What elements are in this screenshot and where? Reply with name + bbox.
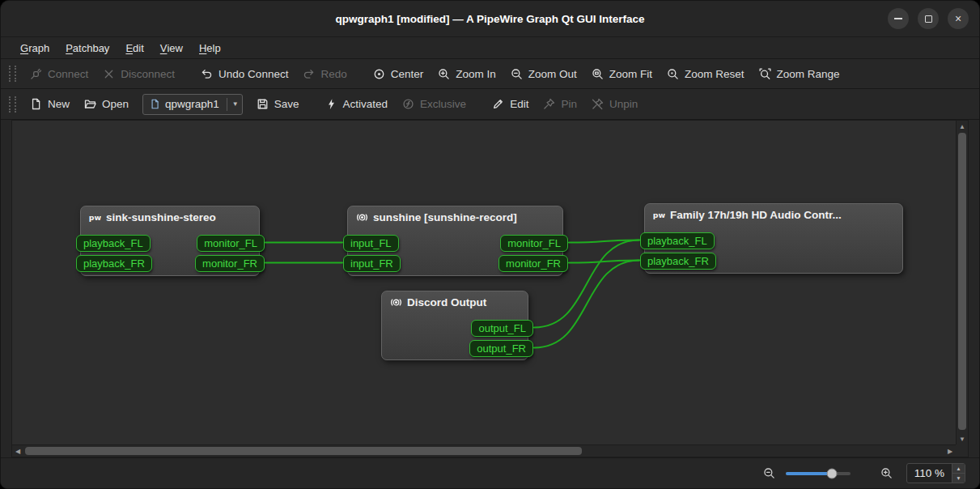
horizontal-scroll-thumb[interactable]	[25, 447, 582, 455]
zoom-reset-icon	[667, 68, 679, 80]
zoom-reset-label: Zoom Reset	[685, 68, 745, 80]
save-icon	[257, 98, 269, 110]
zoom-in-button[interactable]: Zoom In	[431, 62, 503, 85]
node-family[interactable]: pwFamily 17h/19h HD Audio Contr...playba…	[644, 203, 903, 274]
save-button[interactable]: Save	[249, 93, 307, 116]
menu-edit[interactable]: Edit	[117, 37, 151, 58]
window-controls: ×	[888, 1, 969, 36]
center-icon	[373, 68, 385, 80]
port-sunshine-monitor_FL[interactable]: monitor_FL	[500, 235, 568, 252]
toolbar-drag-handle[interactable]	[9, 66, 16, 82]
port-sunshine-monitor_FR[interactable]: monitor_FR	[498, 255, 568, 272]
zoom-slider-knob[interactable]	[827, 468, 838, 478]
redo-button[interactable]: Redo	[295, 62, 354, 85]
port-family-playback_FR[interactable]: playback_FR	[640, 253, 716, 270]
disconnect-label: Disconnect	[121, 68, 175, 80]
port-family-playback_FL[interactable]: playback_FL	[640, 232, 715, 249]
spin-down-icon[interactable]: ▼	[952, 473, 965, 483]
patchbay-combobox[interactable]: qpwgraph1▼	[142, 94, 243, 115]
minimize-icon	[894, 18, 902, 19]
node-discord[interactable]: Discord Outputoutput_FLoutput_FR	[381, 291, 528, 360]
menu-help[interactable]: Help	[191, 37, 229, 58]
scroll-up-icon[interactable]: ▲	[957, 121, 968, 132]
connection-edge[interactable]	[569, 240, 639, 243]
toolbar-drag-handle[interactable]	[9, 96, 16, 113]
port-sunshine-input_FL[interactable]: input_FL	[343, 235, 399, 252]
zoom-slider[interactable]	[786, 472, 851, 475]
zoom-slider-fill	[786, 472, 833, 475]
edit-label: Edit	[510, 98, 528, 110]
statusbar: 110 % ▲ ▼	[1, 457, 979, 488]
redo-icon	[303, 68, 315, 80]
zoom-out-button[interactable]: Zoom Out	[503, 62, 584, 85]
undo-connect-label: Undo Connect	[218, 68, 288, 80]
zoom-value[interactable]: 110 %	[907, 464, 952, 483]
connection-edge[interactable]	[569, 261, 639, 263]
scroll-left-icon[interactable]: ◀	[12, 445, 23, 457]
activated-button[interactable]: Activated	[318, 93, 396, 116]
open-button[interactable]: Open	[77, 93, 136, 116]
exclusive-button[interactable]: Exclusive	[395, 93, 473, 116]
zoom-spinbox[interactable]: 110 % ▲ ▼	[906, 463, 965, 483]
zoom-in-label: Zoom In	[456, 68, 496, 80]
port-sink-playback_FL[interactable]: playback_FL	[76, 235, 151, 252]
minimize-button[interactable]	[888, 8, 909, 29]
zoom-out-label: Zoom Out	[528, 68, 577, 80]
zoom-out-icon	[763, 467, 775, 479]
vertical-scrollbar[interactable]: ▲ ▼	[956, 121, 968, 444]
spin-up-icon[interactable]: ▲	[952, 464, 965, 473]
port-sink-monitor_FR[interactable]: monitor_FR	[195, 255, 265, 272]
menu-patchbay[interactable]: Patchbay	[57, 37, 117, 58]
undo-connect-button[interactable]: Undo Connect	[193, 62, 295, 85]
menubar: GraphPatchbayEditViewHelp	[1, 37, 979, 59]
node-sunshine[interactable]: sunshine [sunshine-record]input_FLinput_…	[347, 206, 563, 276]
port-sink-playback_FR[interactable]: playback_FR	[76, 255, 152, 272]
menu-view[interactable]: View	[152, 37, 191, 58]
node-title-bar: pwsink-sunshine-stereo	[81, 206, 259, 223]
center-label: Center	[391, 68, 424, 80]
scrollbar-corner	[956, 444, 968, 457]
node-title: sink-sunshine-stereo	[106, 211, 216, 223]
activated-icon	[325, 98, 337, 110]
zoom-range-button[interactable]: Zoom Range	[752, 62, 847, 85]
connect-icon	[30, 68, 42, 80]
new-label: New	[48, 98, 70, 110]
zoom-fit-icon	[592, 68, 604, 80]
window-title: qpwgraph1 [modified] — A PipeWire Graph …	[335, 13, 644, 25]
scroll-down-icon[interactable]: ▼	[957, 433, 968, 444]
maximize-button[interactable]	[918, 8, 939, 29]
horizontal-scrollbar[interactable]: ◀ ▶	[12, 444, 956, 457]
node-sink[interactable]: pwsink-sunshine-stereoplayback_FLplaybac…	[80, 206, 260, 276]
redo-label: Redo	[320, 68, 346, 80]
titlebar[interactable]: qpwgraph1 [modified] — A PipeWire Graph …	[1, 1, 979, 37]
zoom-fit-button[interactable]: Zoom Fit	[584, 62, 660, 85]
graph-toolbar: ConnectDisconnectUndo ConnectRedoCenterZ…	[1, 59, 979, 89]
edit-button[interactable]: Edit	[485, 93, 536, 116]
connect-button[interactable]: Connect	[23, 62, 95, 85]
center-button[interactable]: Center	[366, 62, 431, 85]
zoom-out-icon	[511, 68, 523, 80]
vertical-scroll-thumb[interactable]	[958, 133, 966, 430]
node-title: sunshine [sunshine-record]	[373, 211, 517, 223]
unpin-label: Unpin	[609, 98, 638, 110]
close-icon: ×	[955, 12, 961, 25]
new-icon	[30, 98, 42, 110]
new-button[interactable]: New	[23, 93, 77, 116]
port-discord-output_FR[interactable]: output_FR	[469, 340, 533, 357]
pin-icon	[543, 98, 555, 110]
spin-arrows: ▲ ▼	[952, 464, 965, 483]
close-button[interactable]: ×	[948, 8, 969, 29]
app-window: qpwgraph1 [modified] — A PipeWire Graph …	[0, 0, 980, 489]
zoom-reset-button[interactable]: Zoom Reset	[660, 62, 752, 85]
menu-graph[interactable]: Graph	[12, 37, 57, 58]
port-sink-monitor_FL[interactable]: monitor_FL	[197, 235, 265, 252]
port-sunshine-input_FR[interactable]: input_FR	[343, 255, 401, 272]
port-discord-output_FL[interactable]: output_FL	[471, 320, 533, 337]
scroll-right-icon[interactable]: ▶	[944, 445, 956, 457]
unpin-button[interactable]: Unpin	[584, 93, 645, 116]
maximize-icon	[925, 15, 932, 23]
graph-canvas[interactable]: pwsink-sunshine-stereoplayback_FLplaybac…	[12, 121, 956, 444]
disconnect-button[interactable]: Disconnect	[95, 62, 182, 85]
pw-icon: pw	[89, 211, 101, 223]
pin-button[interactable]: Pin	[536, 93, 584, 116]
